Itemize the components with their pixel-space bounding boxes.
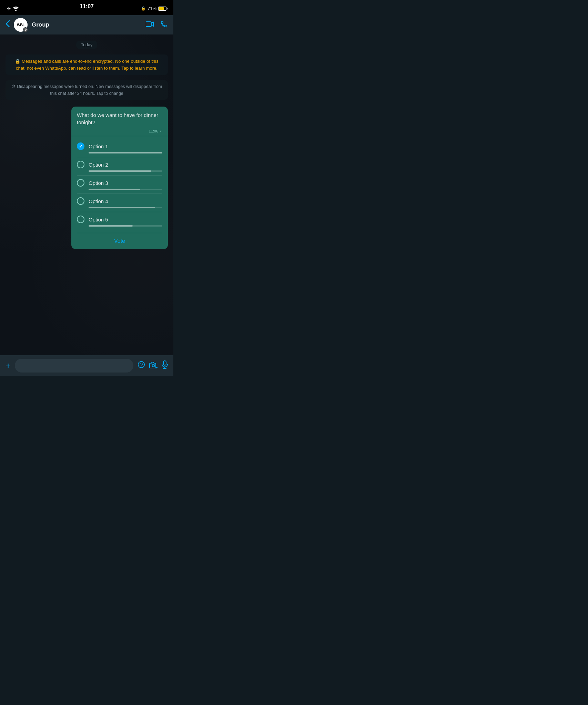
- chat-area: Today 🔒 Messages and calls are end-to-en…: [0, 34, 173, 355]
- lock-icon: 🔒: [141, 6, 146, 11]
- encryption-message[interactable]: 🔒 Messages and calls are end-to-end encr…: [6, 54, 168, 75]
- poll-option-3[interactable]: Option 3: [71, 176, 168, 193]
- option-5-label: Option 5: [89, 217, 108, 222]
- option-3-label: Option 3: [89, 180, 108, 186]
- avatar-badge: ⏱: [23, 27, 28, 32]
- svg-rect-1: [146, 22, 151, 27]
- option-2-label: Option 2: [89, 162, 108, 168]
- option-3-bar: [89, 189, 162, 190]
- sticker-icon[interactable]: [138, 361, 145, 370]
- poll-option-5[interactable]: Option 5: [71, 212, 168, 230]
- back-button[interactable]: [6, 20, 10, 29]
- poll-header: What do we want to have for dinner tonig…: [71, 107, 168, 136]
- radio-option-1[interactable]: [77, 142, 84, 150]
- bottom-bar: +: [0, 355, 173, 376]
- nav-actions: [146, 20, 168, 29]
- option-2-bar: [89, 170, 162, 172]
- poll-option-1[interactable]: Option 1: [71, 139, 168, 157]
- svg-point-3: [140, 364, 141, 364]
- poll-timestamp: 11:06 ✓: [77, 129, 162, 133]
- video-call-icon[interactable]: [146, 21, 154, 29]
- status-right: 🔒 71%: [141, 6, 166, 11]
- group-name[interactable]: Group: [32, 21, 142, 28]
- poll-question: What do we want to have for dinner tonig…: [77, 111, 162, 126]
- message-input[interactable]: [15, 359, 133, 373]
- svg-point-4: [142, 364, 143, 364]
- airplane-icon: ✈: [7, 6, 11, 11]
- date-badge: Today: [6, 41, 168, 48]
- svg-point-2: [138, 361, 144, 368]
- svg-point-5: [152, 365, 155, 367]
- radio-option-3[interactable]: [77, 179, 84, 187]
- avatar[interactable]: WBL ⏱: [14, 18, 28, 32]
- radio-option-4[interactable]: [77, 197, 84, 205]
- poll-option-4[interactable]: Option 4: [71, 194, 168, 212]
- poll-bubble: What do we want to have for dinner tonig…: [71, 107, 168, 249]
- svg-point-0: [15, 10, 17, 11]
- option-4-bar: [89, 207, 162, 208]
- vote-button[interactable]: Vote: [71, 233, 168, 249]
- option-5-bar: [89, 225, 162, 227]
- option-1-bar: [89, 152, 162, 153]
- phone-call-icon[interactable]: [160, 20, 168, 29]
- checkmark-icon: ✓: [159, 129, 162, 133]
- status-left: ✈: [7, 6, 19, 11]
- nav-bar: WBL ⏱ Group: [0, 15, 173, 34]
- poll-options: Option 1 Option 2: [71, 136, 168, 233]
- svg-rect-6: [163, 361, 166, 365]
- battery-percent: 71%: [148, 6, 156, 11]
- option-4-label: Option 4: [89, 198, 108, 204]
- status-time: 11:07: [80, 3, 94, 10]
- radio-option-5[interactable]: [77, 216, 84, 223]
- wifi-icon: [13, 7, 19, 11]
- option-1-label: Option 1: [89, 143, 108, 149]
- add-icon[interactable]: +: [6, 360, 11, 371]
- camera-icon[interactable]: [149, 361, 158, 370]
- radio-option-2[interactable]: [77, 161, 84, 168]
- poll-option-2[interactable]: Option 2: [71, 157, 168, 175]
- status-bar: ✈ 11:07 🔒 71%: [0, 0, 173, 15]
- mic-icon[interactable]: [162, 360, 168, 371]
- battery-icon: [158, 7, 166, 11]
- disappearing-message[interactable]: ⏱ Disappearing messages were turned on. …: [6, 80, 168, 100]
